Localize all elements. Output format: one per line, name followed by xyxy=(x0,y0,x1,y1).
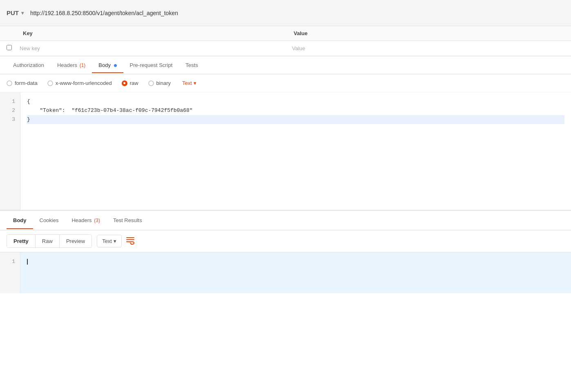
radio-binary[interactable]: binary xyxy=(148,80,171,86)
format-selector-chevron-icon: ▾ xyxy=(194,80,196,86)
method-selector[interactable]: PUT ▾ xyxy=(7,9,24,16)
method-label: PUT xyxy=(7,9,19,16)
text-cursor xyxy=(27,259,28,265)
line-number-3: 3 xyxy=(0,115,20,124)
radio-binary-label: binary xyxy=(156,80,171,86)
method-chevron-icon: ▾ xyxy=(21,10,24,16)
tab-tests-label: Tests xyxy=(185,62,198,68)
response-line-number-1: 1 xyxy=(0,257,20,266)
line-number-1: 1 xyxy=(0,97,20,106)
tab-tests[interactable]: Tests xyxy=(179,57,204,73)
response-cursor-line xyxy=(27,257,564,266)
radio-form-data[interactable]: form-data xyxy=(7,80,38,86)
response-tab-body[interactable]: Body xyxy=(7,212,33,229)
code-line-2: "Token": "f61c723b-07b4-38ac-f09c-7942f5… xyxy=(27,106,564,115)
params-section: Key Value New key Value xyxy=(0,26,571,56)
radio-raw-circle xyxy=(122,80,127,86)
response-format-label: Text xyxy=(102,238,112,244)
tab-body-label: Body xyxy=(98,62,111,68)
params-header: Key Value xyxy=(0,26,571,41)
response-code-content[interactable] xyxy=(20,252,571,293)
radio-form-data-circle xyxy=(7,80,12,86)
radio-urlencoded[interactable]: x-www-form-urlencoded xyxy=(47,80,112,86)
request-tabs-nav: Authorization Headers (1) Body Pre-reque… xyxy=(0,56,571,74)
view-selector: Pretty Raw Preview xyxy=(7,234,92,248)
body-type-bar: form-data x-www-form-urlencoded raw bina… xyxy=(0,74,571,92)
radio-raw[interactable]: raw xyxy=(122,80,138,86)
request-line-numbers: 1 2 3 xyxy=(0,92,20,210)
url-bar: PUT ▾ xyxy=(0,0,571,26)
value-column-header: Value xyxy=(294,30,564,36)
code-line-3: } xyxy=(27,115,564,124)
radio-urlencoded-label: x-www-form-urlencoded xyxy=(56,80,112,86)
line-number-2: 2 xyxy=(0,106,20,115)
response-tab-body-label: Body xyxy=(13,217,27,223)
request-body-editor: 1 2 3 { "Token": "f61c723b-07b4-38ac-f09… xyxy=(0,92,571,211)
tab-body[interactable]: Body xyxy=(92,57,123,73)
response-format-selector[interactable]: Text ▾ xyxy=(97,235,122,247)
url-input[interactable] xyxy=(30,10,564,16)
row-checkbox[interactable] xyxy=(7,45,12,50)
radio-binary-circle xyxy=(148,80,154,86)
format-selector-label: Text xyxy=(182,80,192,86)
tab-prerequest[interactable]: Pre-request Script xyxy=(123,57,179,73)
response-tab-test-results-label: Test Results xyxy=(113,217,142,223)
response-body-editor: 1 xyxy=(0,252,571,293)
response-line-numbers: 1 xyxy=(0,252,20,293)
response-tab-headers[interactable]: Headers (3) xyxy=(65,212,106,229)
response-tab-cookies-label: Cookies xyxy=(40,217,59,223)
tab-headers[interactable]: Headers (1) xyxy=(51,57,92,73)
response-toolbar: Pretty Raw Preview Text ▾ xyxy=(0,230,571,252)
code-line-1: { xyxy=(27,97,564,106)
response-tab-cookies[interactable]: Cookies xyxy=(33,212,65,229)
body-dot-indicator xyxy=(114,64,117,67)
params-new-row: New key Value xyxy=(0,41,571,56)
preview-button[interactable]: Preview xyxy=(59,235,91,247)
new-key-input[interactable]: New key xyxy=(20,45,292,51)
format-selector[interactable]: Text ▾ xyxy=(182,80,196,86)
request-code-content[interactable]: { "Token": "f61c723b-07b4-38ac-f09c-7942… xyxy=(20,92,571,210)
response-tabs-nav: Body Cookies Headers (3) Test Results xyxy=(0,211,571,230)
word-wrap-icon[interactable] xyxy=(126,236,135,247)
new-value-input[interactable]: Value xyxy=(292,45,564,51)
tab-prerequest-label: Pre-request Script xyxy=(130,62,173,68)
response-format-chevron-icon: ▾ xyxy=(114,238,116,244)
response-headers-badge: (3) xyxy=(94,218,100,223)
radio-urlencoded-circle xyxy=(47,80,53,86)
tab-headers-label: Headers xyxy=(57,62,77,68)
headers-badge: (1) xyxy=(80,62,86,68)
raw-button[interactable]: Raw xyxy=(35,235,59,247)
key-column-header: Key xyxy=(23,30,294,36)
pretty-button[interactable]: Pretty xyxy=(7,235,35,247)
row-checkbox-area xyxy=(7,45,20,51)
tab-authorization-label: Authorization xyxy=(13,62,44,68)
radio-raw-label: raw xyxy=(130,80,138,86)
response-tab-test-results[interactable]: Test Results xyxy=(107,212,149,229)
response-section: Body Cookies Headers (3) Test Results Pr… xyxy=(0,211,571,293)
tab-authorization[interactable]: Authorization xyxy=(7,57,51,73)
response-tab-headers-label: Headers xyxy=(71,217,91,223)
radio-form-data-label: form-data xyxy=(15,80,38,86)
